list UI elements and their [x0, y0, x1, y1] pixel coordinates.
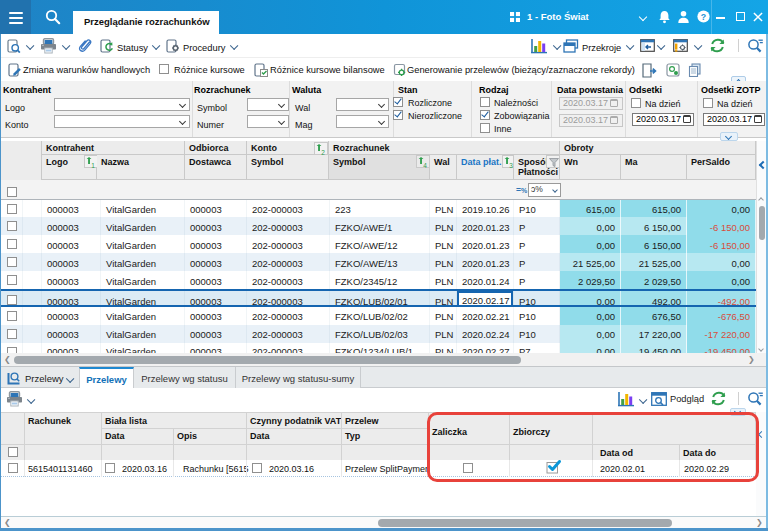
svg-text:4: 4 [423, 162, 427, 169]
svg-text:1: 1 [91, 162, 95, 169]
svg-text:3: 3 [509, 162, 513, 169]
svg-text:?: ? [701, 12, 706, 22]
